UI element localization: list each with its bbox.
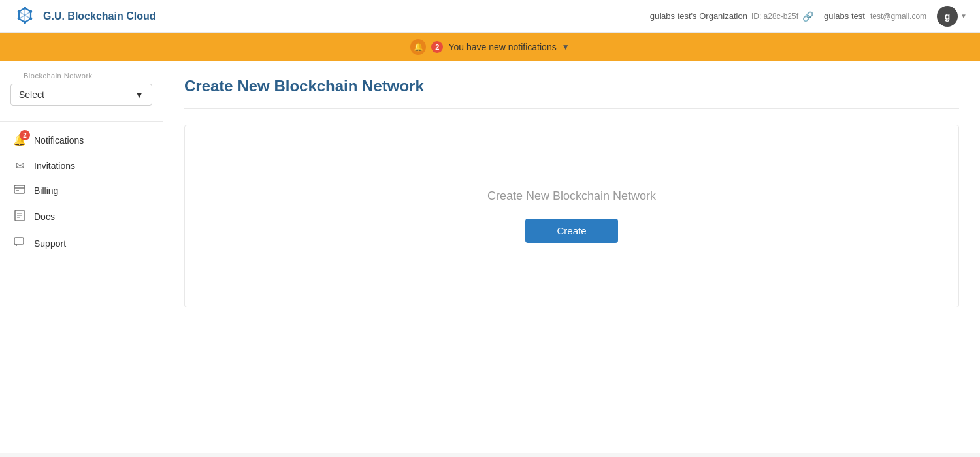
sidebar-bottom-divider (10, 262, 152, 262)
select-label: Select (19, 89, 44, 100)
sidebar-item-label-support: Support (34, 238, 66, 249)
sidebar-nav: 🔔 2 Notifications ✉ Invitations Billing (0, 127, 163, 257)
header-left: G.U. Blockchain Cloud (13, 5, 155, 28)
app-title: G.U. Blockchain Cloud (43, 10, 155, 22)
create-button[interactable]: Create (525, 219, 617, 243)
notifications-badge: 2 (20, 130, 30, 140)
sidebar-item-notifications[interactable]: 🔔 2 Notifications (0, 127, 163, 153)
org-name: gulabs test's Organization (650, 11, 747, 21)
create-card: Create New Blockchain Network Create (184, 125, 959, 307)
svg-rect-13 (14, 238, 24, 244)
org-info: gulabs test's Organization ID: a28c-b25f… (650, 11, 813, 22)
notifications-icon: 🔔 2 (13, 134, 26, 146)
sidebar-item-support[interactable]: Support (0, 230, 163, 257)
page-title: Create New Blockchain Network (184, 77, 959, 95)
sidebar-item-label-docs: Docs (34, 212, 55, 222)
chevron-down-icon: ▼ (960, 12, 967, 20)
banner-bell-icon: 🔔 (410, 39, 426, 55)
header: G.U. Blockchain Cloud gulabs test's Orga… (0, 0, 980, 33)
logo-icon (13, 5, 37, 28)
link-icon[interactable]: 🔗 (802, 11, 813, 22)
sidebar-item-billing[interactable]: Billing (0, 178, 163, 203)
org-id: ID: a28c-b25f (751, 12, 798, 21)
banner-message: You have new notifications (448, 42, 556, 52)
sidebar-top-divider (0, 121, 163, 122)
user-email: test@gmail.com (870, 12, 926, 21)
svg-point-5 (24, 20, 27, 24)
create-card-title: Create New Blockchain Network (487, 189, 656, 203)
layout: Blockchain Network Select ▼ 🔔 2 Notifica… (0, 61, 980, 453)
header-right: gulabs test's Organization ID: a28c-b25f… (650, 6, 967, 27)
avatar[interactable]: g (937, 6, 958, 27)
docs-icon (13, 210, 26, 224)
support-icon (13, 237, 26, 250)
svg-point-0 (24, 7, 27, 10)
sidebar-item-docs[interactable]: Docs (0, 203, 163, 230)
user-name: gulabs test (824, 11, 865, 21)
network-select-button[interactable]: Select ▼ (10, 84, 152, 106)
sidebar-item-label-billing: Billing (34, 185, 58, 196)
svg-point-3 (18, 17, 21, 20)
content-divider (184, 108, 959, 109)
banner-count-badge: 2 (431, 41, 443, 53)
svg-point-4 (29, 17, 33, 20)
banner-chevron-icon[interactable]: ▼ (562, 42, 570, 52)
user-info: gulabs test test@gmail.com (824, 11, 926, 21)
sidebar: Blockchain Network Select ▼ 🔔 2 Notifica… (0, 61, 163, 453)
select-chevron-icon: ▼ (135, 89, 144, 100)
svg-point-1 (18, 10, 21, 12)
invitations-icon: ✉ (13, 159, 26, 172)
main-content: Create New Blockchain Network Create New… (163, 61, 980, 453)
sidebar-section-label: Blockchain Network (10, 72, 152, 84)
network-select-wrapper: Blockchain Network Select ▼ (0, 72, 163, 116)
sidebar-item-label-notifications: Notifications (34, 135, 84, 146)
svg-point-2 (29, 10, 33, 12)
sidebar-item-invitations[interactable]: ✉ Invitations (0, 153, 163, 178)
billing-icon (13, 185, 26, 197)
avatar-dropdown[interactable]: g ▼ (937, 6, 967, 27)
svg-rect-6 (14, 185, 25, 193)
notification-banner[interactable]: 🔔 2 You have new notifications ▼ (0, 33, 980, 61)
sidebar-item-label-invitations: Invitations (34, 161, 75, 171)
